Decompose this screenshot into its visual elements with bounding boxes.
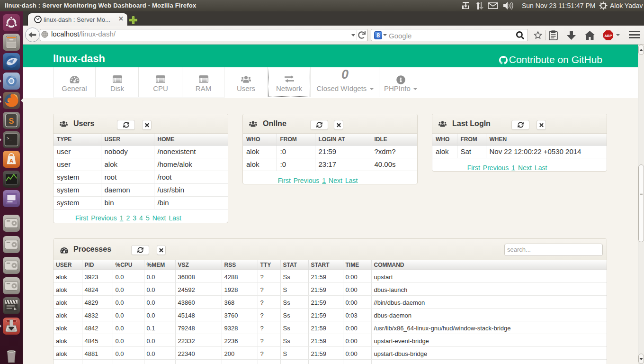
svg-text:S: S — [9, 117, 14, 125]
svg-text:>_: >_ — [7, 136, 12, 141]
svg-text:A: A — [9, 158, 13, 164]
svg-text:ABP: ABP — [605, 34, 612, 38]
